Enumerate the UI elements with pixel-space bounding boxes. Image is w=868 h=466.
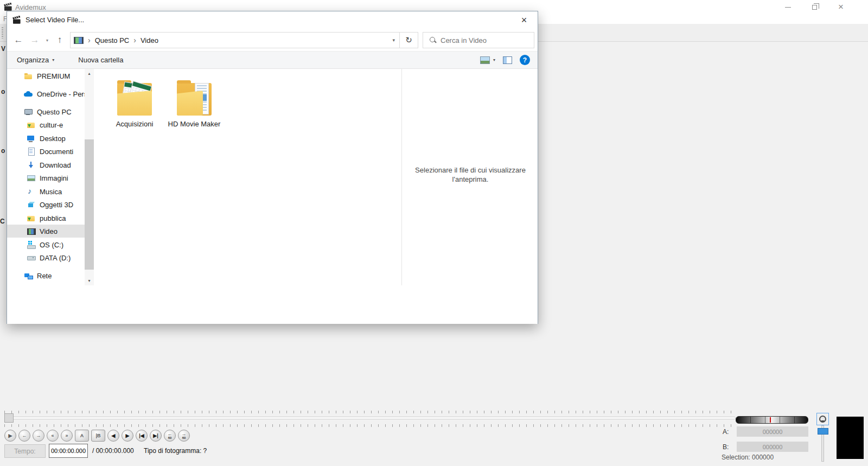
goto-marker-b-button[interactable]: ▶	[122, 430, 133, 442]
change-view-button[interactable]: ▾	[480, 56, 495, 64]
sidebar-item-os-c[interactable]: OS (C:)	[7, 238, 85, 251]
up-button[interactable]: ↑	[52, 32, 68, 48]
timeline-slider[interactable]	[4, 417, 736, 419]
refresh-button[interactable]: ↻	[400, 32, 418, 48]
file-list: Acquisizioni HD Movie Maker	[94, 69, 401, 285]
timeline-ticks	[4, 424, 736, 427]
first-frame-button[interactable]: |◀	[136, 430, 148, 442]
folder-item-hd-movie-maker[interactable]: HD Movie Maker	[165, 73, 223, 128]
mute-button[interactable]	[816, 413, 829, 425]
address-bar[interactable]: › Questo PC › Video ▾	[70, 32, 400, 48]
3d-cube-icon	[27, 200, 36, 209]
last-frame-button[interactable]: ▶|	[150, 430, 162, 442]
sidebar-item-video[interactable]: Video	[7, 225, 85, 238]
minimize-button[interactable]	[775, 0, 800, 14]
breadcrumb-questo-pc[interactable]: Questo PC	[95, 36, 130, 44]
set-marker-b-button[interactable]: |B	[91, 430, 105, 442]
left-panel-fragment: C	[0, 218, 5, 225]
tempo-button[interactable]: Tempo:	[4, 444, 46, 458]
scroll-down-button[interactable]: ▾	[85, 276, 94, 285]
address-dropdown-icon[interactable]: ▾	[392, 37, 395, 43]
set-marker-a-button[interactable]: A	[75, 430, 89, 442]
breadcrumb-video[interactable]: Video	[141, 36, 158, 44]
restore-button[interactable]	[802, 0, 827, 14]
drive-icon	[27, 253, 36, 262]
video-folder-icon	[74, 37, 84, 44]
desktop-icon	[27, 134, 36, 143]
film-strip-icon	[27, 227, 36, 235]
previous-keyframe-button[interactable]: «	[47, 430, 59, 442]
thumbnails-view-icon	[480, 56, 490, 64]
time-input[interactable]: 00:00:00.000	[49, 444, 88, 458]
new-folder-button[interactable]: Nuova cartella	[78, 56, 123, 64]
window-title: Avidemux	[15, 3, 46, 11]
music-note-icon	[27, 187, 36, 196]
forward-one-minute-button[interactable]: →60	[178, 430, 190, 442]
sidebar-item-musica[interactable]: Musica	[7, 185, 85, 198]
preview-pane-toggle-button[interactable]	[503, 56, 512, 64]
picture-icon	[27, 174, 36, 182]
organize-button[interactable]: Organizza ▾	[17, 56, 54, 64]
previous-frame-button[interactable]: ←	[18, 430, 30, 442]
transport-controls: ▶ ← → « » A |B ◀ ▶ |◀ ▶| ←60 →60	[4, 430, 190, 442]
scroll-up-button[interactable]: ▴	[85, 69, 94, 78]
forward-button[interactable]: →	[27, 32, 43, 48]
history-dropdown-button[interactable]: ▾	[43, 32, 52, 48]
frame-type-label: Tipo di fotogramma: ?	[144, 447, 207, 455]
sidebar-item-desktop[interactable]: Desktop	[7, 132, 85, 145]
shared-folder-icon	[27, 120, 36, 129]
preview-pane: Selezionare il file di cui visualizzare …	[402, 69, 538, 285]
avidemux-window: Avidemux × File V o o C Select Video Fil…	[0, 0, 868, 466]
document-icon	[27, 147, 36, 156]
sidebar-item-rete[interactable]: Rete	[7, 269, 85, 282]
sidebar-item-immagini[interactable]: Immagini	[7, 171, 85, 184]
volume-handle[interactable]	[818, 428, 828, 435]
next-frame-button[interactable]: →	[33, 430, 44, 442]
dialog-footer: Nome file: video1.mp4 ▾ All files (*.*) …	[7, 285, 538, 324]
sidebar-item-pubblica[interactable]: pubblica	[7, 212, 85, 225]
marker-a-field[interactable]: 000000	[737, 426, 808, 437]
sidebar-item-download[interactable]: Download	[7, 158, 85, 171]
marker-b-field[interactable]: 000000	[737, 442, 808, 452]
left-panel-fragment: V	[1, 45, 5, 53]
play-button[interactable]: ▶	[4, 430, 16, 442]
network-icon	[24, 271, 33, 280]
folder-name: Acquisizioni	[106, 120, 163, 128]
toolbar-view-controls: ▾ ?	[480, 55, 530, 65]
sidebar-item-premium[interactable]: PREMIUM	[7, 69, 85, 82]
timeline-handle[interactable]	[4, 413, 14, 423]
back-button[interactable]: ←	[10, 32, 27, 48]
search-box[interactable]	[423, 32, 534, 48]
dialog-close-button[interactable]: ×	[513, 11, 535, 29]
sidebar-item-cultur-e[interactable]: cultur-e	[7, 118, 85, 131]
sidebar-item-onedrive[interactable]: OneDrive - Person	[7, 87, 85, 100]
speaker-icon	[819, 416, 826, 423]
left-panel-fragment: o	[1, 88, 5, 95]
folder-with-spreadsheets-icon	[116, 73, 154, 120]
help-button[interactable]: ?	[520, 55, 530, 65]
sidebar-item-data-d[interactable]: DATA (D:)	[7, 251, 85, 264]
sidebar-item-documenti[interactable]: Documenti	[7, 145, 85, 158]
clapperboard-icon	[12, 16, 21, 27]
back-one-minute-button[interactable]: ←60	[164, 430, 176, 442]
search-icon	[429, 36, 437, 44]
chevron-down-icon: ▾	[52, 58, 54, 62]
dialog-titlebar: Select Video File... ×	[7, 11, 538, 29]
download-arrow-icon	[27, 161, 36, 169]
scrollbar-thumb[interactable]	[85, 139, 94, 270]
left-panel-fragment: o	[1, 147, 5, 155]
sidebar-item-questo-pc[interactable]: Questo PC	[7, 105, 85, 118]
shuttle-jog-control[interactable]	[736, 416, 808, 424]
dialog-toolbar: Organizza ▾ Nuova cartella ▾ ?	[7, 51, 538, 69]
goto-marker-a-button[interactable]: ◀	[107, 430, 119, 442]
sidebar-scrollbar[interactable]: ▴ ▾	[85, 69, 94, 285]
toolbar-grip[interactable]	[2, 27, 3, 39]
folder-item-acquisizioni[interactable]: Acquisizioni	[106, 73, 163, 128]
close-button[interactable]: ×	[828, 0, 853, 14]
search-input[interactable]	[441, 36, 522, 44]
dialog-navbar: ← → ▾ ↑ › Questo PC › Video ▾ ↻	[7, 29, 538, 51]
sidebar-item-oggetti-3d[interactable]: Oggetti 3D	[7, 198, 85, 211]
system-drive-icon	[27, 240, 36, 249]
next-keyframe-button[interactable]: »	[61, 430, 73, 442]
video-preview-area	[837, 417, 864, 459]
